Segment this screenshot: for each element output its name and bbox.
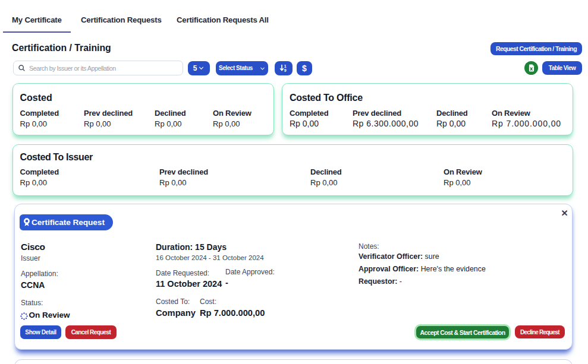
svg-text:1: 1 — [284, 64, 287, 68]
svg-text:9: 9 — [284, 68, 287, 72]
